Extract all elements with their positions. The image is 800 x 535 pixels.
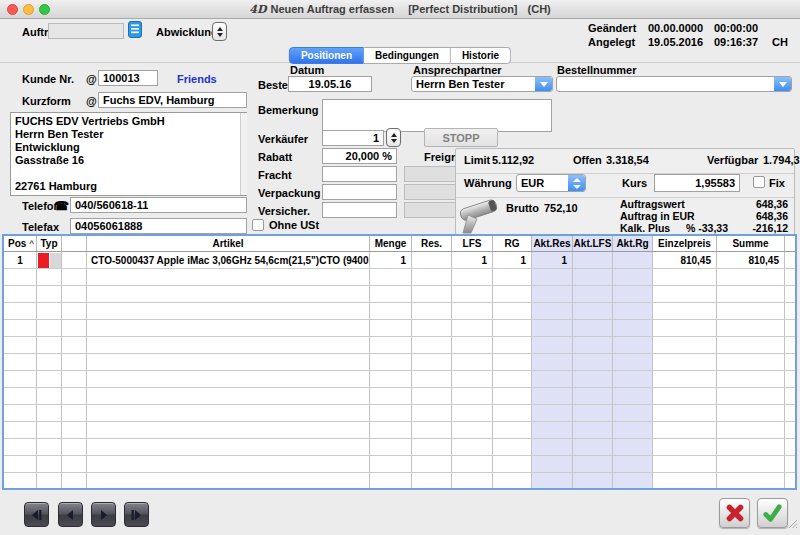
kalk-plus-value: -216,12 [718, 222, 788, 234]
first-record-button[interactable] [24, 502, 49, 527]
auftrag-input[interactable] [48, 23, 124, 39]
tab-positionen[interactable]: Positionen [289, 47, 364, 64]
column-header-LFS[interactable]: LFS [452, 236, 493, 251]
kunde-nr-input[interactable]: 100013 [98, 70, 158, 86]
table-row[interactable] [4, 286, 795, 303]
cell-artikel [87, 337, 370, 353]
table-row[interactable]: 1CTO-5000437 Apple iMac 3,06GHz 54,6cm(2… [4, 252, 795, 269]
window-title-text: Neuen Auftrag erfassen [270, 3, 394, 15]
column-header-Typ[interactable]: Typ [37, 236, 62, 251]
next-record-button[interactable] [91, 502, 116, 527]
table-row[interactable] [4, 269, 795, 286]
cell-akt_res [532, 405, 573, 421]
ok-button[interactable] [757, 498, 788, 528]
kurzform-input[interactable]: Fuchs EDV, Hamburg [98, 92, 247, 108]
chevron-down-icon[interactable] [535, 77, 552, 91]
cell-rg [493, 269, 532, 285]
cell-res [412, 269, 452, 285]
address-scrollbar[interactable] [240, 113, 247, 195]
cell-menge: 1 [370, 252, 412, 268]
cell-akt_rg [613, 405, 653, 421]
column-header-Akt.Rg[interactable]: Akt.Rg [613, 236, 653, 251]
kurs-input[interactable]: 1,95583 [654, 174, 740, 192]
bestellt-datum-input[interactable]: 19.05.16 [288, 76, 372, 92]
cell-lfs [452, 303, 493, 319]
abwicklung-stepper[interactable] [212, 22, 227, 41]
order-list-icon[interactable] [128, 21, 142, 42]
table-row[interactable] [4, 405, 795, 422]
telefax-label: Telefax [22, 221, 59, 233]
cell-akt_lfs [573, 303, 613, 319]
cell-einzelpreis: 810,45 [653, 252, 717, 268]
resize-grip[interactable] [787, 515, 798, 533]
cell-typ [62, 252, 87, 268]
cell-akt_rg [613, 354, 653, 370]
cell-summe: 810,45 [717, 252, 785, 268]
table-row[interactable] [4, 473, 795, 490]
table-row[interactable] [4, 354, 795, 371]
cell-artikel [87, 388, 370, 404]
column-header-Menge[interactable]: Menge [370, 236, 412, 251]
verpackung-input[interactable] [322, 184, 397, 200]
positions-table[interactable]: Pos^TypArtikelMengeRes.LFSRGAkt.ResAkt.L… [2, 234, 797, 490]
table-row[interactable] [4, 456, 795, 473]
column-header-Res.[interactable]: Res. [412, 236, 452, 251]
table-row[interactable] [4, 439, 795, 456]
table-row[interactable] [4, 337, 795, 354]
telefon-input[interactable]: 040/560618-11 [70, 197, 247, 213]
column-header-Artikel[interactable]: Artikel [87, 236, 370, 251]
chevron-down-icon[interactable] [774, 77, 791, 91]
table-row[interactable] [4, 371, 795, 388]
last-record-button[interactable] [124, 502, 149, 527]
previous-record-button[interactable] [58, 502, 83, 527]
column-header-Einzelpreis[interactable]: Einzelpreis [653, 236, 717, 251]
ohne-ust-checkbox[interactable] [252, 219, 264, 231]
cell-summe [717, 439, 785, 455]
cell-menge [370, 388, 412, 404]
column-header-spacer[interactable] [62, 236, 87, 251]
stopp-button[interactable]: STOPP [424, 128, 498, 147]
verkaeufer-input[interactable]: 1 [322, 130, 384, 146]
cell-akt_rg [613, 269, 653, 285]
updown-chevrons-icon[interactable] [568, 175, 585, 191]
cell-typ [62, 405, 87, 421]
column-header-Akt.Res[interactable]: Akt.Res [532, 236, 573, 251]
kalk-plus-label: Kalk. Plus [620, 222, 670, 234]
telefax-input[interactable]: 04056061888 [70, 218, 247, 234]
column-header-RG[interactable]: RG [493, 236, 532, 251]
cell-summe [717, 388, 785, 404]
waehrung-select[interactable]: EUR [516, 174, 586, 192]
cell-akt_lfs [573, 405, 613, 421]
tab-bedingungen[interactable]: Bedingungen [364, 47, 451, 64]
cell-tail [785, 439, 795, 455]
verkaeufer-stepper[interactable] [386, 128, 401, 147]
user-badge: CH [772, 36, 788, 48]
table-row[interactable] [4, 422, 795, 439]
ansprechpartner-combobox[interactable]: Herrn Ben Tester [411, 76, 553, 92]
table-row[interactable] [4, 303, 795, 320]
column-header-Summe[interactable]: Summe [717, 236, 785, 251]
fracht-input[interactable] [322, 166, 397, 182]
column-header-Pos[interactable]: Pos^ [4, 236, 37, 251]
cell-einzelpreis [653, 303, 717, 319]
cell-artikel [87, 371, 370, 387]
cell-pos: 1 [4, 252, 37, 268]
cancel-button[interactable] [719, 498, 750, 528]
cell-tail [785, 320, 795, 336]
window-title-package: [Perfect Distribution] [408, 3, 517, 15]
table-row[interactable] [4, 320, 795, 337]
tab-historie[interactable]: Historie [451, 47, 511, 64]
rabatt-input[interactable]: 20,000 % [322, 148, 397, 164]
status-flag-gray [50, 253, 61, 268]
cell-lfs [452, 269, 493, 285]
versicherung-input[interactable] [322, 202, 397, 218]
fix-checkbox[interactable] [753, 176, 765, 188]
cell-akt_rg [613, 388, 653, 404]
cell-lfs [452, 337, 493, 353]
address-textarea[interactable]: FUCHS EDV Vertriebs GmbH Herrn Ben Teste… [10, 112, 247, 196]
column-header-Akt.LFS[interactable]: Akt.LFS [573, 236, 613, 251]
bemerkung-label: Bemerkung [258, 104, 319, 116]
cell-rg [493, 337, 532, 353]
bestellnummer-combobox[interactable] [556, 76, 792, 92]
table-row[interactable] [4, 388, 795, 405]
